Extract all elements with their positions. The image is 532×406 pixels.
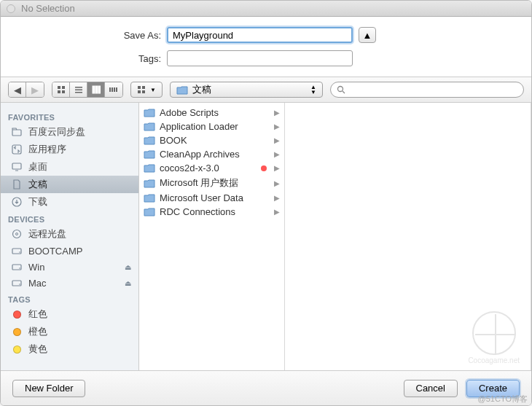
new-folder-button[interactable]: New Folder (12, 380, 85, 397)
sidebar-item-label: 文稿 (28, 178, 47, 191)
file-name: Microsoft User Data (160, 192, 270, 203)
attribution: @51CTO博客 (478, 394, 528, 405)
file-row[interactable]: CleanApp Archives▶ (139, 147, 284, 161)
sidebar-item[interactable]: 文稿 (1, 176, 138, 193)
search-input[interactable] (348, 85, 517, 95)
chevron-right-icon: ▶ (274, 179, 280, 187)
svg-rect-11 (112, 87, 113, 92)
folder-icon (144, 193, 155, 203)
svg-point-26 (16, 233, 18, 235)
svg-point-30 (19, 268, 20, 269)
chevron-right-icon: ▶ (274, 194, 280, 202)
sidebar-item[interactable]: BOOTCAMP (1, 243, 138, 259)
folder-icon (144, 163, 155, 173)
svg-rect-6 (75, 92, 82, 93)
file-row[interactable]: cocos2d-x-3.0▶ (139, 161, 284, 175)
file-row[interactable]: Application Loader▶ (139, 120, 284, 133)
svg-rect-12 (114, 87, 115, 92)
folder-icon (176, 85, 188, 95)
toolbar: ◀ ▶ ▼ 文稿 ▲▼ (1, 77, 531, 103)
nav-buttons: ◀ ▶ (8, 82, 44, 98)
sidebar-item-label: 百度云同步盘 (28, 125, 85, 138)
list-view-button[interactable] (70, 82, 87, 97)
file-row[interactable]: BOOK▶ (139, 133, 284, 147)
icon-view-button[interactable] (52, 82, 70, 97)
view-mode-group (52, 82, 123, 98)
file-row[interactable]: RDC Connections▶ (139, 205, 284, 219)
sidebar-item[interactable]: 红色 (1, 305, 138, 323)
svg-point-28 (19, 251, 20, 253)
svg-rect-2 (58, 90, 60, 93)
svg-rect-31 (12, 281, 21, 286)
chevron-up-icon: ▲ (363, 30, 372, 41)
location-dropdown[interactable]: 文稿 ▲▼ (170, 82, 323, 98)
eject-icon[interactable]: ⏏ (125, 263, 131, 271)
tags-label: Tags: (30, 53, 161, 64)
svg-line-19 (343, 91, 345, 93)
form-area: Save As: ▲ Tags: (1, 17, 531, 77)
tag-dot-icon (261, 165, 267, 171)
save-as-label: Save As: (30, 30, 161, 41)
svg-point-25 (13, 230, 21, 238)
back-button[interactable]: ◀ (9, 82, 26, 97)
cancel-button[interactable]: Cancel (404, 380, 458, 397)
window-close-icon[interactable] (7, 4, 15, 13)
sidebar-item[interactable]: 下载 (1, 193, 138, 211)
folder-icon (144, 179, 155, 188)
chevron-right-icon: ▶ (274, 150, 280, 158)
svg-rect-1 (62, 86, 65, 89)
file-name: BOOK (160, 135, 270, 146)
svg-rect-9 (98, 86, 101, 93)
sidebar-header: FAVORITES (1, 109, 138, 123)
save-as-input[interactable] (167, 27, 353, 43)
collapse-button[interactable]: ▲ (359, 27, 376, 43)
columns-icon (92, 85, 101, 94)
file-browser: Adobe Scripts▶Application Loader▶BOOK▶Cl… (139, 103, 531, 370)
file-row[interactable]: Adobe Scripts▶ (139, 106, 284, 120)
file-name: CleanApp Archives (160, 149, 270, 160)
sidebar-item-label: 应用程序 (28, 143, 66, 156)
svg-point-32 (19, 284, 20, 285)
file-row[interactable]: Microsoft 用户数据▶ (139, 175, 284, 191)
tags-input[interactable] (167, 50, 353, 66)
chevron-right-icon: ▶ (274, 136, 280, 144)
svg-rect-10 (109, 87, 111, 92)
file-name: Application Loader (160, 121, 270, 132)
column-view-button[interactable] (87, 82, 105, 97)
file-name: Adobe Scripts (160, 107, 270, 118)
sidebar-item[interactable]: Mac⏏ (1, 275, 138, 291)
chevron-right-icon: ▶ (274, 122, 280, 130)
svg-rect-7 (93, 86, 95, 93)
titlebar: No Selection (1, 1, 531, 17)
main-area: FAVORITES百度云同步盘应用程序桌面文稿下载DEVICES远程光盘BOOT… (1, 103, 531, 370)
sidebar-item[interactable]: 远程光盘 (1, 225, 138, 243)
svg-point-18 (337, 87, 343, 92)
sidebar-item-label: 远程光盘 (28, 227, 66, 241)
folder-icon (144, 136, 155, 145)
sidebar-item[interactable]: 黄色 (1, 340, 138, 358)
eject-icon[interactable]: ⏏ (125, 279, 131, 287)
svg-rect-8 (95, 86, 98, 93)
svg-rect-13 (116, 87, 117, 92)
sidebar-item[interactable]: 百度云同步盘 (1, 123, 138, 141)
svg-rect-21 (12, 145, 21, 154)
location-label: 文稿 (192, 83, 211, 96)
folder-icon (144, 207, 155, 216)
coverflow-view-button[interactable] (105, 82, 122, 97)
folder-icon (144, 122, 155, 131)
arrange-dropdown[interactable]: ▼ (130, 82, 163, 98)
file-row[interactable]: Microsoft User Data▶ (139, 191, 284, 205)
sidebar-item[interactable]: Win⏏ (1, 259, 138, 275)
sidebar-item[interactable]: 橙色 (1, 323, 138, 340)
file-column: Adobe Scripts▶Application Loader▶BOOK▶Cl… (139, 103, 285, 370)
triangle-right-icon: ▶ (31, 85, 39, 95)
forward-button[interactable]: ▶ (26, 82, 44, 97)
search-field[interactable] (330, 82, 524, 98)
svg-rect-14 (138, 86, 141, 89)
grid-small-icon (137, 85, 146, 94)
sidebar-item-label: 下载 (28, 195, 47, 208)
sidebar-item[interactable]: 桌面 (1, 158, 138, 176)
file-name: Microsoft 用户数据 (160, 176, 270, 190)
sidebar-item[interactable]: 应用程序 (1, 141, 138, 158)
chevron-down-icon: ▼ (150, 87, 156, 93)
